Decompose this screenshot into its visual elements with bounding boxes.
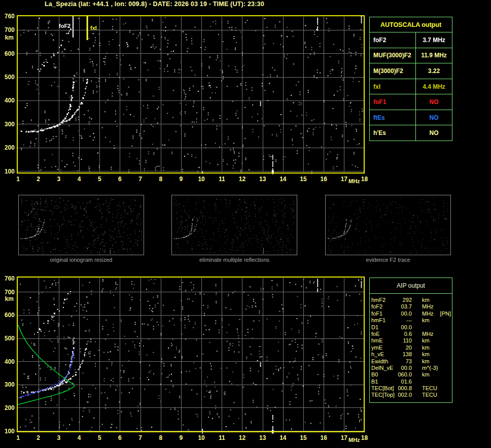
autoscala-row-value: 3.22 [416, 63, 452, 79]
top-ionogram-plot: foF2 fxI [17, 15, 365, 175]
aip-cell: --- [395, 317, 412, 324]
x-tick-label: 5 [94, 434, 105, 441]
aip-cell: 03.7 [395, 303, 412, 310]
aip-cell: 060.0 [395, 371, 412, 378]
aip-cell: 20 [395, 344, 412, 351]
x-tick-label: 14 [277, 176, 289, 183]
x-tick-label: 10 [196, 434, 207, 441]
aip-header: AIP output [370, 278, 452, 294]
fof2-marker-label: foF2 [59, 23, 71, 29]
x-tick-label: 3 [53, 434, 64, 441]
x-tick-label: 5 [94, 176, 105, 183]
x-tick-label: 2 [33, 176, 44, 183]
y-axis-unit-label: km [0, 295, 14, 302]
x-axis-unit-label: MHz [348, 437, 365, 443]
aip-cell [412, 378, 452, 385]
autoscala-row-label: MUF(3000)F2 [370, 48, 416, 63]
y-tick-label: 700 [0, 26, 15, 33]
aip-row: TEC[Bot]000.8TECU [371, 385, 452, 392]
aip-cell: TECU [412, 392, 452, 398]
x-tick-label: 10 [196, 176, 207, 183]
aip-cell: TECU [412, 385, 452, 392]
autoscala-header: AUTOSCALA output [370, 17, 452, 32]
thumbnail-eliminate-canvas [172, 195, 297, 255]
autoscala-row-value: NO [416, 125, 452, 141]
x-tick-label: 9 [176, 176, 187, 183]
fxi-marker-label: fxI [90, 25, 97, 31]
y-tick-label: 300 [0, 381, 15, 388]
aip-cell: km [412, 297, 452, 303]
thumbnail-original-canvas [19, 195, 144, 255]
x-tick-label: 11 [216, 176, 227, 183]
autoscala-row-label: foF2 [370, 32, 416, 48]
aip-cell: Ewidth [371, 358, 395, 365]
aip-cell: 000.8 [395, 385, 412, 392]
aip-cell [412, 324, 452, 331]
aip-row: h_vE138km [371, 351, 452, 358]
autoscala-row: fxI4.4 MHz [370, 79, 452, 94]
aip-row: foF203.7MHz [371, 303, 452, 310]
thumbnail-evidence-f2 [325, 195, 451, 255]
x-tick-label: 15 [298, 176, 309, 183]
autoscala-row: foF23.7 MHz [370, 32, 452, 48]
aip-cell: km [412, 358, 452, 365]
x-tick-label: 7 [135, 434, 146, 441]
aip-cell: B1 [371, 378, 395, 385]
y-tick-label: 500 [0, 74, 15, 81]
autoscala-row-value: 4.4 MHz [416, 79, 452, 94]
aip-cell: MHz [412, 303, 452, 310]
aip-cell: km [412, 351, 452, 358]
x-tick-label: 1 [13, 176, 24, 183]
bottom-ionogram-plot [17, 277, 365, 434]
aip-cell: MHz[PN] [412, 311, 452, 317]
page-title: La_Spezia (lat: +44.1 , lon: 009.8) - DA… [45, 1, 264, 8]
autoscala-row: foF1NO [370, 94, 452, 110]
aip-cell: h_vE [371, 351, 395, 358]
x-tick-label: 9 [176, 434, 187, 441]
aip-row: B101.6 [371, 378, 452, 385]
x-tick-label: 14 [277, 434, 289, 441]
autoscala-row-value: 3.7 MHz [416, 32, 452, 48]
aip-row: hmE110km [371, 337, 452, 344]
x-tick-label: 4 [74, 434, 85, 441]
aip-cell: D1 [371, 324, 395, 331]
aip-cell: ymE [371, 344, 395, 351]
aip-cell: DelN_vE [371, 365, 395, 371]
autoscala-row-value: NO [416, 110, 452, 125]
aip-row: TEC[Top]002.0TECU [371, 392, 452, 398]
aip-cell: 00.0 [395, 365, 412, 371]
aip-cell: 138 [395, 351, 412, 358]
autoscala-row: M(3000)F23.22 [370, 63, 452, 79]
x-tick-label: 8 [155, 434, 166, 441]
y-tick-label: 300 [0, 121, 15, 128]
x-tick-label: 13 [257, 176, 268, 183]
aip-row: foF100.0MHz[PN] [371, 311, 452, 317]
x-tick-label: 6 [114, 434, 125, 441]
x-tick-label: 15 [298, 434, 309, 441]
aip-cell: km [412, 371, 452, 378]
aip-cell: 01.6 [395, 378, 412, 385]
x-tick-label: 2 [33, 434, 44, 441]
aip-cell: hmE [371, 337, 395, 344]
aip-table: AIP output hmF2292kmfoF203.7MHzfoF100.0M… [369, 278, 452, 403]
y-tick-label: 200 [0, 404, 15, 411]
x-tick-label: 7 [135, 176, 146, 183]
aip-cell: 73 [395, 358, 412, 365]
aip-cell: 00.0 [395, 311, 412, 317]
aip-row: foE0.6MHz [371, 331, 452, 337]
ionogram-screen: La_Spezia (lat: +44.1 , lon: 009.8) - DA… [0, 0, 491, 448]
x-axis-unit-label: MHz [348, 178, 365, 184]
aip-cell: TEC[Bot] [371, 385, 395, 392]
aip-row: Ewidth73km [371, 358, 452, 365]
x-tick-label: 12 [236, 434, 248, 441]
aip-cell: foF2 [371, 303, 395, 310]
x-tick-label: 4 [74, 176, 85, 183]
aip-cell: foE [371, 331, 395, 337]
aip-row: DelN_vE00.0m^(-3) [371, 365, 452, 371]
aip-cell: km [412, 337, 452, 344]
aip-cell: 110 [395, 337, 412, 344]
aip-row: B0060.0km [371, 371, 452, 378]
aip-note: [PN] [440, 311, 451, 317]
aip-cell: 292 [395, 297, 412, 303]
aip-cell: 002.0 [395, 392, 412, 398]
